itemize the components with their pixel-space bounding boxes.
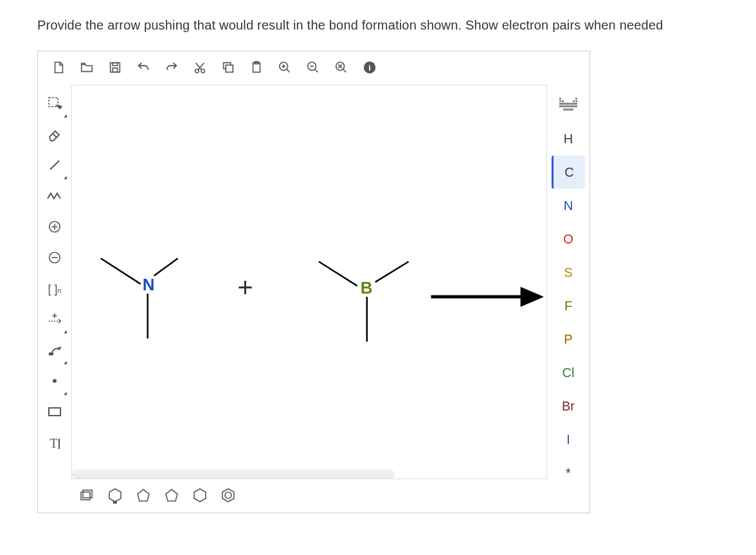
bracket-n-icon: [ ]n	[48, 283, 61, 296]
top-toolbar: i	[38, 51, 590, 85]
left-toolbar: [ ]n T	[38, 85, 71, 513]
erase-tool-button[interactable]	[40, 119, 69, 150]
element-label: P	[564, 332, 572, 347]
chain-tool-button[interactable]	[40, 181, 69, 212]
svg-line-30	[154, 258, 178, 276]
element-wildcard-button[interactable]: *	[552, 456, 585, 489]
circle-plus-icon	[48, 220, 62, 236]
drawing-canvas[interactable]: N + B	[71, 85, 547, 479]
element-I-button[interactable]: I	[552, 423, 585, 456]
radical-tool-button[interactable]	[40, 366, 69, 397]
svg-text:N: N	[113, 500, 117, 504]
molecule-editor: i	[37, 51, 590, 513]
element-label: Cl	[562, 366, 575, 380]
open-folder-icon	[80, 60, 94, 76]
element-label: Br	[562, 399, 575, 414]
zoom-in-icon	[278, 60, 292, 76]
zoom-out-button[interactable]	[302, 57, 325, 80]
templates-button[interactable]	[75, 484, 98, 507]
benzene-icon	[221, 488, 236, 505]
svg-line-33	[375, 261, 409, 282]
svg-point-17	[51, 353, 53, 355]
element-label: I	[566, 432, 570, 447]
save-doc-button[interactable]	[104, 57, 127, 80]
element-O-button[interactable]: O	[552, 222, 585, 256]
zoom-in-button[interactable]	[273, 57, 296, 80]
svg-rect-5	[226, 65, 233, 72]
periodic-table-button[interactable]	[552, 89, 585, 122]
element-label: O	[563, 232, 573, 247]
svg-point-18	[53, 379, 57, 383]
pyridine-template-button[interactable]: N	[104, 484, 127, 507]
zoom-out-icon	[306, 60, 320, 76]
question-prompt: Provide the arrow pushing that would res…	[37, 18, 756, 33]
new-doc-button[interactable]	[47, 57, 70, 80]
svg-rect-25	[575, 100, 577, 102]
element-label: N	[564, 198, 573, 213]
bracket-tool-button[interactable]: [ ]n	[40, 274, 69, 304]
copy-button[interactable]	[217, 57, 240, 80]
svg-rect-21	[575, 98, 577, 100]
element-F-button[interactable]: F	[552, 289, 585, 322]
svg-rect-22	[559, 100, 561, 102]
svg-line-32	[319, 261, 357, 286]
paste-icon	[249, 60, 264, 76]
atom-label-B: B	[361, 279, 373, 297]
element-Br-button[interactable]: Br	[552, 389, 585, 423]
bottom-toolbar: N	[71, 479, 547, 513]
cut-button[interactable]	[188, 57, 212, 80]
horizontal-scrollbar[interactable]	[72, 470, 395, 479]
element-S-button[interactable]: S	[552, 256, 585, 289]
element-label: *	[566, 466, 571, 480]
pentagon-icon	[164, 488, 179, 505]
canvas-svg: N + B	[72, 85, 546, 479]
curved-arrow-icon	[47, 342, 62, 360]
rect-icon	[48, 406, 62, 419]
pyridine-icon: N	[107, 487, 123, 506]
element-label: C	[564, 165, 573, 180]
pentagon-template-button[interactable]	[160, 484, 183, 507]
svg-line-29	[101, 258, 141, 284]
svg-rect-37	[81, 492, 90, 500]
arrow-push-tool-button[interactable]	[40, 335, 69, 366]
element-H-button[interactable]: H	[552, 122, 585, 155]
charge-minus-button[interactable]	[40, 243, 69, 274]
undo-icon	[136, 60, 150, 76]
redo-icon	[165, 60, 179, 76]
zoom-reset-icon	[334, 60, 348, 76]
svg-rect-38	[83, 490, 92, 498]
text-tool-button[interactable]: T	[40, 428, 69, 459]
radical-icon	[48, 374, 61, 389]
selection-tool-button[interactable]	[40, 89, 69, 119]
cyclopentadiene-icon	[136, 488, 151, 505]
element-P-button[interactable]: P	[552, 322, 585, 356]
svg-marker-42	[166, 489, 177, 501]
reactant-1: N	[101, 258, 178, 339]
shape-tool-button[interactable]	[40, 397, 69, 428]
hexagon-template-button[interactable]	[188, 484, 212, 507]
paste-button[interactable]	[245, 57, 268, 80]
cyclopentadiene-template-button[interactable]	[132, 484, 155, 507]
info-button[interactable]: i	[358, 57, 381, 80]
zoom-reset-button[interactable]	[330, 57, 353, 80]
right-toolbar: H C N O S F P Cl Br I *	[547, 85, 590, 513]
benzene-template-button[interactable]	[217, 484, 240, 507]
redo-button[interactable]	[160, 57, 183, 80]
svg-marker-43	[194, 489, 206, 502]
reaction-plus-button[interactable]	[40, 304, 69, 335]
svg-rect-23	[562, 100, 564, 102]
charge-plus-button[interactable]	[40, 212, 69, 243]
svg-rect-2	[113, 67, 117, 71]
svg-text:i: i	[368, 62, 371, 72]
undo-button[interactable]	[132, 57, 155, 80]
info-icon: i	[363, 60, 377, 76]
element-Cl-button[interactable]: Cl	[552, 356, 585, 389]
svg-marker-44	[222, 489, 234, 502]
templates-icon	[79, 488, 94, 504]
open-doc-button[interactable]	[75, 57, 98, 80]
save-icon	[108, 60, 122, 76]
bond-tool-button[interactable]	[40, 150, 69, 181]
element-C-button[interactable]: C	[552, 155, 585, 189]
element-N-button[interactable]: N	[552, 189, 585, 222]
svg-marker-36	[521, 287, 543, 306]
